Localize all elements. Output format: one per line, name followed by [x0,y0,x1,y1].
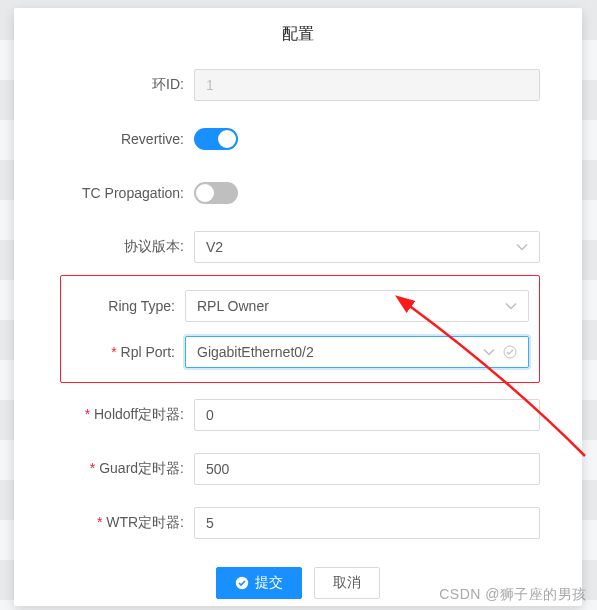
row-ring-id: 环ID: 1 [14,69,540,101]
chevron-down-icon [505,300,517,312]
label-proto-version: 协议版本: [14,238,194,256]
value-guard: 500 [206,461,229,477]
value-wtr: 5 [206,515,214,531]
check-circle-icon [235,576,249,590]
switch-tc-propagation[interactable] [194,182,238,204]
watermark: CSDN @狮子座的男孩 [439,586,587,604]
input-wtr[interactable]: 5 [194,507,540,539]
label-ring-id: 环ID: [14,76,194,94]
config-form: 环ID: 1 Revertive: TC Propagation: 协议版本: [14,59,582,539]
row-tc-propagation: TC Propagation: [14,177,540,209]
switch-revertive[interactable] [194,128,238,150]
row-guard: Guard定时器: 500 [14,453,540,485]
submit-label: 提交 [255,574,283,592]
chevron-down-icon [516,241,528,253]
chevron-down-icon [483,346,495,358]
input-ring-id: 1 [194,69,540,101]
value-ring-id: 1 [206,77,214,93]
value-proto-version: V2 [206,239,223,255]
row-holdoff: Holdoff定时器: 0 [14,399,540,431]
row-wtr: WTR定时器: 5 [14,507,540,539]
input-guard[interactable]: 500 [194,453,540,485]
label-revertive: Revertive: [14,131,194,147]
select-proto-version[interactable]: V2 [194,231,540,263]
config-modal: 配置 环ID: 1 Revertive: TC Propagation: 协议版… [14,8,582,606]
check-circle-icon [503,345,517,359]
label-ring-type: Ring Type: [61,298,185,314]
row-revertive: Revertive: [14,123,540,155]
label-guard: Guard定时器: [14,460,194,478]
cancel-label: 取消 [333,574,361,592]
submit-button[interactable]: 提交 [216,567,302,599]
input-holdoff[interactable]: 0 [194,399,540,431]
select-rpl-port[interactable]: GigabitEthernet0/2 [185,336,529,368]
modal-title: 配置 [14,8,582,59]
highlight-box: Ring Type: RPL Owner Rpl Port: GigabitEt… [60,275,540,383]
row-rpl-port: Rpl Port: GigabitEthernet0/2 [61,336,529,368]
cancel-button[interactable]: 取消 [314,567,380,599]
value-holdoff: 0 [206,407,214,423]
row-ring-type: Ring Type: RPL Owner [61,290,529,322]
value-ring-type: RPL Owner [197,298,269,314]
label-rpl-port: Rpl Port: [61,344,185,360]
label-holdoff: Holdoff定时器: [14,406,194,424]
select-ring-type[interactable]: RPL Owner [185,290,529,322]
svg-point-0 [504,346,516,358]
value-rpl-port: GigabitEthernet0/2 [197,344,314,360]
label-tc-propagation: TC Propagation: [14,185,194,201]
label-wtr: WTR定时器: [14,514,194,532]
row-proto-version: 协议版本: V2 [14,231,540,263]
